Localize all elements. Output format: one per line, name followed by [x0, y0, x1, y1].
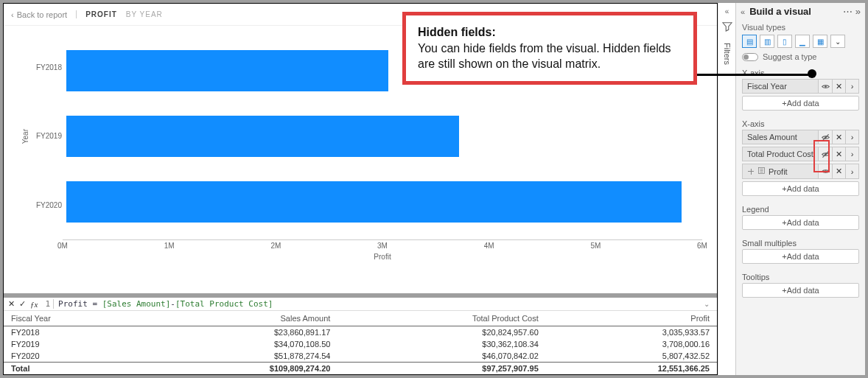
hidden-field-icon[interactable]: [819, 130, 832, 144]
svg-point-6: [825, 170, 827, 172]
x-tick: 3M: [377, 242, 388, 250]
field-pill[interactable]: Fiscal Year✕›: [742, 79, 859, 94]
column-header[interactable]: Fiscal Year: [4, 311, 144, 326]
crumb-by-year[interactable]: BY YEAR: [126, 10, 163, 18]
field-menu-icon[interactable]: ›: [845, 80, 858, 93]
table-row[interactable]: FY2018$23,860,891.17$20,824,957.603,035,…: [4, 326, 717, 339]
x-tick: 2M: [270, 242, 281, 250]
remove-field-icon[interactable]: ✕: [832, 80, 845, 93]
total-row: Total$109,809,274.20$97,257,907.9512,551…: [4, 363, 717, 375]
formula-bar[interactable]: ✕ ✓ ƒx 1 Profit = [Sales Amount]-[Total …: [4, 298, 717, 311]
field-well-title-small: Small multiples: [742, 239, 859, 248]
field-pill-label: Fiscal Year: [747, 82, 813, 91]
suggest-type-label: Suggest a type: [763, 52, 816, 61]
add-data-button[interactable]: +Add data: [742, 96, 859, 111]
stacked-bar-type-icon[interactable]: ▥: [760, 35, 774, 48]
field-well-title-tooltips: Tooltips: [742, 273, 859, 281]
x-tick: 6M: [697, 242, 707, 250]
visual-types-row: ▤ ▥ ▯ ▁ ▦ ⌄: [736, 32, 865, 51]
filters-label: Filters: [723, 43, 732, 65]
build-visual-panel: « Build a visual ⋯ » Visual types ▤ ▥ ▯ …: [735, 3, 865, 375]
commit-formula-icon[interactable]: ✓: [19, 299, 26, 309]
hidden-field-icon[interactable]: [819, 147, 832, 161]
bar-chart-type-icon[interactable]: ▤: [742, 35, 757, 48]
y-tick: FY2020: [29, 201, 62, 209]
annotation-callout: Hidden fields: You can hide fields from …: [402, 12, 697, 85]
svg-line-2: [822, 134, 828, 140]
x-axis-label: Profit: [63, 253, 702, 261]
x-tick: 0M: [57, 242, 68, 250]
bar[interactable]: [66, 181, 682, 223]
column-header[interactable]: Total Product Cost: [337, 311, 545, 326]
visual-types-label: Visual types: [736, 20, 865, 32]
cancel-formula-icon[interactable]: ✕: [8, 299, 15, 309]
x-tick: 5M: [590, 242, 601, 250]
back-label: Back to report: [17, 10, 67, 19]
visible-field-icon[interactable]: [819, 80, 832, 93]
field-well-title-legend: Legend: [742, 205, 859, 214]
table-type-icon[interactable]: ▦: [813, 35, 827, 48]
bar[interactable]: [66, 116, 459, 157]
bar[interactable]: [66, 50, 388, 91]
add-data-button[interactable]: +Add data: [742, 181, 859, 196]
back-to-report[interactable]: ‹ Back to report: [11, 10, 67, 19]
filters-icon: [722, 21, 732, 34]
breadcrumb: PROFIT BY YEAR: [76, 10, 163, 18]
column-chart-type-icon[interactable]: ▯: [777, 35, 792, 48]
field-menu-icon[interactable]: ›: [845, 164, 858, 178]
field-well-title-xaxis: X-axis: [742, 119, 859, 128]
field-pill[interactable]: Sales Amount✕›: [742, 130, 859, 144]
column-header[interactable]: Sales Amount: [144, 311, 338, 326]
field-pill[interactable]: Total Product Cost✕›: [742, 147, 859, 161]
table-row[interactable]: FY2020$51,878,274.54$46,070,842.025,807,…: [4, 350, 717, 363]
annotation-connector: [697, 74, 812, 76]
annotation-endpoint: [808, 69, 816, 78]
x-tick: 1M: [164, 242, 175, 250]
chevron-down-icon[interactable]: ⌄: [704, 300, 710, 308]
visible-field-icon[interactable]: [819, 164, 832, 178]
field-pill-label: Total Product Cost: [747, 150, 813, 158]
fx-icon: ƒx: [30, 300, 38, 309]
collapse-panel-icon[interactable]: «: [741, 7, 745, 16]
filters-pane-collapsed[interactable]: « Filters: [718, 3, 735, 375]
svg-line-4: [822, 151, 828, 157]
remove-field-icon[interactable]: ✕: [832, 164, 845, 178]
add-data-button[interactable]: +Add data: [742, 249, 859, 264]
y-axis-label: Year: [18, 129, 29, 144]
field-pill[interactable]: Profit✕›: [742, 164, 859, 179]
field-well-title-yaxis: X-axis: [742, 69, 859, 77]
panel-more-icon[interactable]: ⋯: [843, 6, 853, 17]
formula-text[interactable]: Profit = [Sales Amount]-[Total Product C…: [58, 299, 273, 309]
field-pill-label: Profit: [769, 167, 813, 176]
chevron-left-icon: ‹: [11, 10, 14, 19]
expand-filters-icon[interactable]: «: [725, 7, 729, 15]
field-menu-icon[interactable]: ›: [845, 147, 858, 161]
measure-icon: [757, 167, 766, 176]
line-chart-type-icon[interactable]: ▁: [795, 35, 810, 48]
formula-line-number: 1: [42, 299, 54, 309]
field-menu-icon[interactable]: ›: [845, 130, 858, 144]
add-data-button[interactable]: +Add data: [742, 283, 859, 298]
crumb-profit[interactable]: PROFIT: [76, 10, 117, 18]
x-tick: 4M: [484, 242, 494, 250]
svg-point-0: [825, 85, 827, 88]
table-row[interactable]: FY2019$34,070,108.50$30,362,108.343,708,…: [4, 338, 717, 350]
y-tick: FY2019: [29, 132, 62, 140]
data-table: Fiscal YearSales AmountTotal Product Cos…: [4, 311, 717, 374]
suggest-type-toggle[interactable]: [742, 53, 758, 61]
column-header[interactable]: Profit: [546, 311, 717, 326]
remove-field-icon[interactable]: ✕: [832, 147, 845, 161]
field-pill-label: Sales Amount: [747, 133, 813, 141]
panel-title: Build a visual: [749, 6, 811, 17]
add-data-button[interactable]: +Add data: [742, 215, 859, 230]
panel-expand-icon[interactable]: »: [855, 6, 861, 17]
more-visual-types[interactable]: ⌄: [830, 35, 845, 48]
remove-field-icon[interactable]: ✕: [832, 130, 845, 144]
y-tick: FY2018: [29, 63, 62, 71]
